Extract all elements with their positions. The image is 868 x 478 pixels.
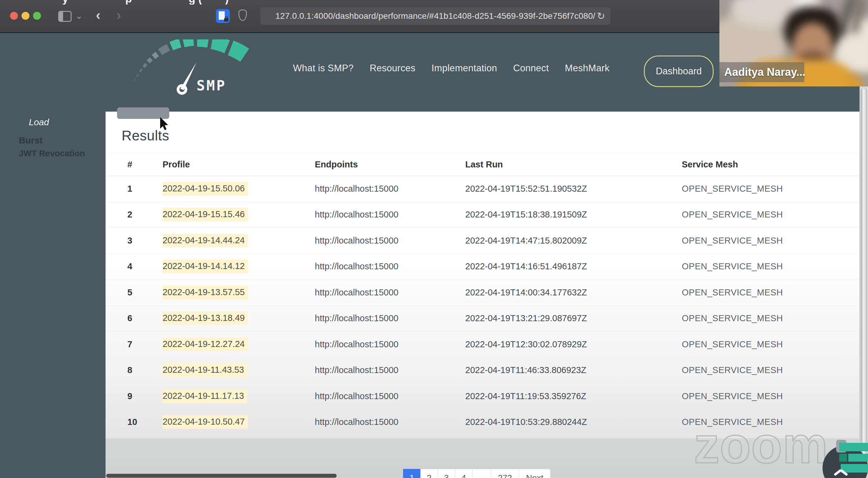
page-button[interactable]: 2 — [420, 469, 438, 478]
service-mesh-cell: OPEN_SERVICE_MESH — [682, 313, 847, 323]
back-button[interactable]: ‹ — [96, 7, 100, 23]
forward-button[interactable]: › — [117, 7, 121, 23]
endpoints-cell: http://localhost:15000 — [315, 365, 465, 375]
participant-name-band: Aaditya Naray... — [719, 62, 804, 82]
column-header: Profile — [162, 160, 315, 169]
endpoints-cell: http://localhost:15000 — [315, 313, 465, 323]
row-index: 5 — [127, 288, 162, 297]
page-button[interactable]: Next — [519, 469, 551, 478]
service-mesh-cell: OPEN_SERVICE_MESH — [682, 288, 847, 297]
table-row[interactable]: 6 2022-04-19-13.18.49 http://localhost:1… — [105, 306, 859, 332]
endpoints-cell: http://localhost:15000 — [315, 261, 465, 272]
shield-icon[interactable] — [238, 9, 247, 21]
minimize-window-button[interactable] — [22, 12, 29, 20]
row-index: 9 — [127, 391, 162, 401]
column-header: Service Mesh — [682, 160, 847, 169]
service-mesh-cell: OPEN_SERVICE_MESH — [682, 184, 847, 194]
profile-cell[interactable]: 2022-04-19-14.14.12 — [162, 260, 315, 273]
last-run-cell: 2022-04-19T14:16:51.496187Z — [465, 261, 682, 272]
last-run-cell: 2022-04-19T11:19:53.359276Z — [465, 391, 682, 401]
profile-cell[interactable]: 2022-04-19-10.50.47 — [162, 415, 315, 429]
last-run-cell: 2022-04-19T12:30:02.078929Z — [465, 340, 682, 349]
column-header: Last Run — [465, 160, 682, 169]
table-row[interactable]: 3 2022-04-19-14.44.24 http://localhost:1… — [105, 228, 859, 254]
profile-cell[interactable]: 2022-04-19-11.17.13 — [162, 389, 315, 403]
page-button[interactable]: 4 — [455, 469, 472, 478]
endpoints-cell: http://localhost:15000 — [315, 340, 465, 349]
row-index: 8 — [127, 365, 162, 375]
table-row[interactable]: 9 2022-04-19-11.17.13 http://localhost:1… — [105, 383, 859, 410]
profile-cell[interactable]: 2022-04-19-13.18.49 — [162, 312, 315, 325]
extension-page-lock-icon[interactable] — [216, 9, 230, 23]
nav-item[interactable]: MeshMark — [565, 63, 610, 74]
page-button[interactable]: 272 — [491, 469, 519, 478]
title-fragment: p — [125, 0, 132, 4]
table-header-row: #ProfileEndpointsLast RunService Mesh — [105, 153, 859, 176]
main-nav: What is SMP?ResourcesImplementationConne… — [293, 63, 610, 74]
profile-cell[interactable]: 2022-04-19-15.15.46 — [162, 208, 315, 221]
endpoints-cell: http://localhost:15000 — [315, 391, 465, 401]
sidebar-item[interactable]: Load — [29, 117, 49, 127]
sidebar-item[interactable]: Burst — [19, 135, 42, 146]
results-header: Results — [105, 111, 859, 153]
endpoints-cell: http://localhost:15000 — [315, 417, 465, 427]
table-row[interactable]: 7 2022-04-19-12.27.24 http://localhost:1… — [105, 331, 859, 358]
profile-name: 2022-04-19-14.44.24 — [162, 234, 248, 248]
dashboard-button[interactable]: Dashboard — [644, 56, 714, 87]
title-fragment: g ( — [189, 0, 202, 4]
logo-text: SMP — [196, 77, 226, 94]
nav-item[interactable]: What is SMP? — [293, 63, 353, 74]
endpoints-cell: http://localhost:15000 — [315, 184, 465, 194]
row-index: 6 — [127, 313, 162, 323]
zoom-window-button[interactable] — [33, 12, 41, 20]
table-row[interactable]: 1 2022-04-19-15.50.06 http://localhost:1… — [105, 176, 859, 202]
service-mesh-cell: OPEN_SERVICE_MESH — [682, 365, 847, 375]
badge-glyph-dark — [839, 454, 847, 461]
page-button[interactable]: 1 — [403, 469, 421, 478]
last-run-cell: 2022-04-19T10:53:29.880244Z — [465, 417, 682, 427]
nav-item[interactable]: Connect — [513, 63, 549, 74]
last-run-cell: 2022-04-19T14:47:15.802009Z — [465, 236, 682, 246]
address-bar[interactable]: 127.0.0.1:4000/dashboard/performance/#41… — [260, 7, 611, 25]
service-mesh-cell: OPEN_SERVICE_MESH — [682, 210, 847, 220]
profile-name: 2022-04-19-10.50.47 — [162, 415, 248, 429]
close-window-button[interactable] — [10, 12, 18, 20]
results-card: Results #ProfileEndpointsLast RunService… — [105, 111, 859, 438]
profile-cell[interactable]: 2022-04-19-11.43.53 — [162, 363, 315, 377]
smp-logo[interactable]: SMP — [130, 39, 267, 101]
vertical-scrollbar-thumb[interactable] — [861, 88, 867, 474]
nav-item[interactable]: Implementation — [432, 63, 497, 74]
profile-cell[interactable]: 2022-04-19-12.27.24 — [162, 338, 315, 351]
table-row[interactable]: 5 2022-04-19-13.57.55 http://localhost:1… — [105, 280, 859, 306]
reload-icon[interactable]: ↻ — [597, 10, 605, 22]
table-row[interactable]: 4 2022-04-19-14.14.12 http://localhost:1… — [105, 254, 859, 280]
last-run-cell: 2022-04-19T11:46:33.806923Z — [465, 365, 682, 375]
badge-glyph-bar — [839, 443, 868, 451]
row-index: 4 — [127, 261, 162, 272]
nav-item[interactable]: Resources — [370, 63, 415, 74]
service-mesh-cell: OPEN_SERVICE_MESH — [682, 236, 847, 246]
profile-name: 2022-04-19-11.17.13 — [162, 389, 247, 403]
page-button[interactable]: 3 — [438, 469, 455, 478]
column-header: Endpoints — [315, 160, 465, 169]
mouse-cursor — [160, 117, 172, 132]
page-button[interactable]: … — [472, 469, 491, 478]
service-mesh-cell: OPEN_SERVICE_MESH — [682, 391, 847, 401]
sidebar-item[interactable]: JWT Revocation — [19, 149, 85, 158]
chevron-down-icon[interactable]: ⌄ — [75, 10, 83, 21]
row-index: 10 — [127, 417, 162, 427]
service-mesh-cell: OPEN_SERVICE_MESH — [682, 261, 847, 272]
profile-name: 2022-04-19-14.14.12 — [162, 260, 248, 273]
profile-name: 2022-04-19-11.43.53 — [162, 363, 247, 377]
cut-off-title-fragments: ypg () — [0, 0, 698, 5]
pagination: 1234…272Next — [403, 469, 551, 478]
horizontal-scrollbar-thumb[interactable] — [106, 474, 337, 478]
profile-cell[interactable]: 2022-04-19-13.57.55 — [162, 286, 315, 299]
table-row[interactable]: 2 2022-04-19-15.15.46 http://localhost:1… — [105, 202, 859, 228]
table-row[interactable]: 8 2022-04-19-11.43.53 http://localhost:1… — [105, 358, 859, 384]
sidebar-toggle-icon[interactable] — [58, 11, 71, 22]
profile-cell[interactable]: 2022-04-19-15.50.06 — [162, 182, 315, 196]
profile-cell[interactable]: 2022-04-19-14.44.24 — [162, 234, 315, 248]
results-table-body: 1 2022-04-19-15.50.06 http://localhost:1… — [105, 176, 859, 435]
profile-name: 2022-04-19-15.50.06 — [162, 182, 248, 196]
